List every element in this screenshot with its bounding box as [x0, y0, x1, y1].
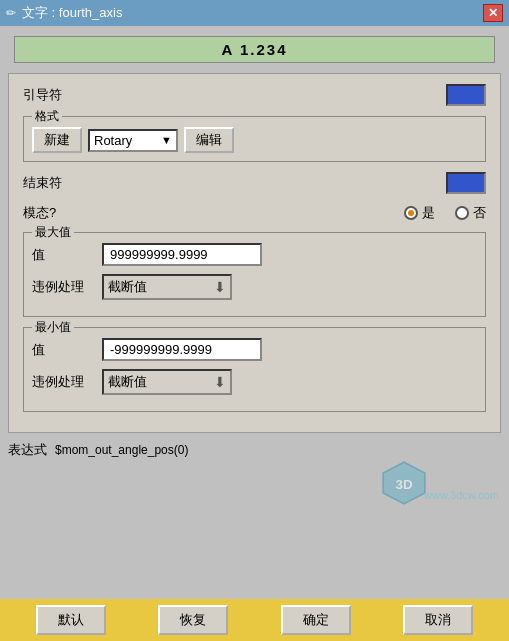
mode-radio-group: 是 否: [404, 204, 486, 222]
edit-button[interactable]: 编辑: [184, 127, 234, 153]
min-violation-row: 违例处理 截断值 ⬇: [32, 369, 477, 395]
format-row: 新建 Rotary ▼ 编辑: [32, 127, 477, 153]
max-violation-label: 违例处理: [32, 278, 102, 296]
max-value-row: 值 999999999.9999: [32, 243, 477, 266]
max-value-label: 值: [32, 246, 102, 264]
mode-label: 模态?: [23, 204, 103, 222]
max-violation-row: 违例处理 截断值 ⬇: [32, 274, 477, 300]
radio-no-label: 否: [473, 204, 486, 222]
min-value-field[interactable]: -999999999.9999: [102, 338, 262, 361]
expression-label: 表达式: [8, 441, 47, 459]
end-symbol-row: 结束符: [23, 172, 486, 194]
min-value-label: 值: [32, 341, 102, 359]
watermark-area: 3D www.3dcw.com: [0, 463, 509, 503]
min-value-row: 值 -999999999.9999: [32, 338, 477, 361]
lead-symbol-color-box[interactable]: [446, 84, 486, 106]
max-value-field[interactable]: 999999999.9999: [102, 243, 262, 266]
dropdown-arrow-icon: ▼: [161, 134, 172, 146]
ok-button[interactable]: 确定: [281, 605, 351, 635]
new-button[interactable]: 新建: [32, 127, 82, 153]
max-group-title: 最大值: [32, 224, 74, 241]
max-violation-dropdown[interactable]: 截断值 ⬇: [102, 274, 232, 300]
lead-symbol-label: 引导符: [23, 86, 103, 104]
svg-text:3D: 3D: [395, 477, 412, 492]
max-group: 最大值 值 999999999.9999 违例处理 截断值 ⬇: [23, 232, 486, 317]
watermark-text: www.3dcw.com: [424, 489, 499, 501]
cancel-button[interactable]: 取消: [403, 605, 473, 635]
format-group: 格式 新建 Rotary ▼ 编辑: [23, 116, 486, 162]
max-violation-arrow-icon: ⬇: [214, 279, 226, 295]
format-dropdown[interactable]: Rotary ▼: [88, 129, 178, 152]
radio-no[interactable]: 否: [455, 204, 486, 222]
display-bar: A 1.234: [0, 26, 509, 73]
title-icon: ✏: [6, 6, 16, 20]
radio-no-dot: [455, 206, 469, 220]
min-violation-value: 截断值: [108, 373, 147, 391]
close-button[interactable]: ✕: [483, 4, 503, 22]
main-content: 引导符 格式 新建 Rotary ▼ 编辑 结束符 模态?: [8, 73, 501, 433]
radio-yes-dot: [404, 206, 418, 220]
end-symbol-color-box[interactable]: [446, 172, 486, 194]
window-title: 文字 : fourth_axis: [22, 4, 122, 22]
min-violation-label: 违例处理: [32, 373, 102, 391]
restore-button[interactable]: 恢复: [158, 605, 228, 635]
format-group-title: 格式: [32, 108, 62, 125]
radio-yes-label: 是: [422, 204, 435, 222]
min-violation-dropdown[interactable]: 截断值 ⬇: [102, 369, 232, 395]
format-dropdown-value: Rotary: [94, 133, 132, 148]
expression-value: $mom_out_angle_pos(0): [55, 443, 188, 457]
min-group: 最小值 值 -999999999.9999 违例处理 截断值 ⬇: [23, 327, 486, 412]
title-bar: ✏ 文字 : fourth_axis ✕: [0, 0, 509, 26]
display-value: A 1.234: [14, 36, 495, 63]
bottom-bar: 默认 恢复 确定 取消: [0, 599, 509, 641]
radio-yes[interactable]: 是: [404, 204, 435, 222]
min-group-title: 最小值: [32, 319, 74, 336]
mode-row: 模态? 是 否: [23, 204, 486, 222]
max-violation-value: 截断值: [108, 278, 147, 296]
min-violation-arrow-icon: ⬇: [214, 374, 226, 390]
end-symbol-label: 结束符: [23, 174, 103, 192]
default-button[interactable]: 默认: [36, 605, 106, 635]
expression-bar: 表达式 $mom_out_angle_pos(0): [0, 433, 509, 463]
watermark-icon: 3D: [379, 458, 429, 508]
lead-symbol-row: 引导符: [23, 84, 486, 106]
